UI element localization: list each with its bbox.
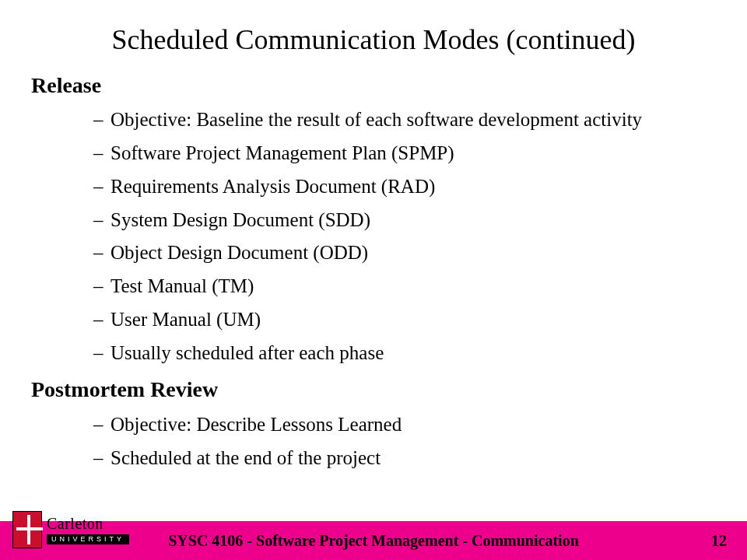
slide-title: Scheduled Communication Modes (continued… [0, 0, 747, 64]
list-item: Scheduled at the end of the project [93, 443, 716, 474]
list-item: User Manual (UM) [93, 305, 716, 335]
slide-content: Release Objective: Baseline the result o… [0, 68, 747, 473]
bullet-list-postmortem: Objective: Describe Lessons Learned Sche… [31, 410, 716, 474]
slide: Scheduled Communication Modes (continued… [0, 0, 747, 560]
list-item: Software Project Management Plan (SPMP) [93, 138, 716, 169]
list-item: Usually scheduled after each phase [93, 338, 716, 369]
logo-text: Carleton UNIVERSITY [47, 516, 129, 544]
shield-icon [12, 511, 42, 548]
list-item: Objective: Describe Lessons Learned [93, 410, 716, 440]
section-heading-release: Release [31, 68, 716, 102]
carleton-logo: Carleton UNIVERSITY [12, 507, 129, 552]
list-item: Object Design Document (ODD) [93, 238, 716, 268]
section-heading-postmortem: Postmortem Review [31, 373, 716, 406]
bullet-list-release: Objective: Baseline the result of each s… [31, 105, 716, 368]
list-item: Objective: Baseline the result of each s… [93, 105, 716, 135]
list-item: Requirements Analysis Document (RAD) [93, 172, 716, 202]
list-item: Test Manual (TM) [93, 271, 716, 302]
list-item: System Design Document (SDD) [93, 205, 716, 236]
logo-line2: UNIVERSITY [47, 534, 129, 544]
page-number: 12 [711, 532, 727, 550]
logo-line1: Carleton [47, 516, 129, 531]
